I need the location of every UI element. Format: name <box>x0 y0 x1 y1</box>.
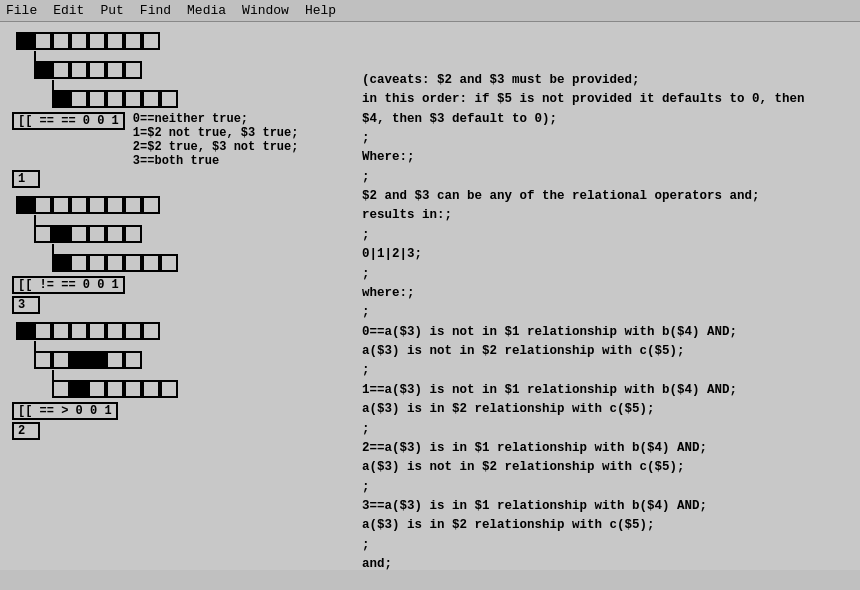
section1-label: [[ == == 0 0 1 <box>12 112 125 130</box>
node-box <box>124 351 142 369</box>
text-line: 0|1|2|3; <box>362 245 848 264</box>
menu-file[interactable]: File <box>6 3 37 18</box>
section2-result: 3 <box>12 296 40 314</box>
tree-section-1: [[ == == 0 0 1 0==neither true; 1=$2 not… <box>12 32 346 188</box>
node-box <box>142 196 160 214</box>
node-box <box>34 32 52 50</box>
text-line: ; <box>362 303 848 322</box>
text-line: a($3) is in $2 relationship with c($5); <box>362 516 848 535</box>
text-line: ; <box>362 168 848 187</box>
node-box <box>34 196 52 214</box>
menu-media[interactable]: Media <box>187 3 226 18</box>
node-box <box>88 225 106 243</box>
section1-annotation: 0==neither true; 1=$2 not true, $3 true;… <box>133 112 299 168</box>
node-box <box>16 322 34 340</box>
node-box <box>160 254 178 272</box>
text-line: 2==a($3) is in $1 relationship with b($4… <box>362 439 848 458</box>
node-box <box>52 380 70 398</box>
menubar: File Edit Put Find Media Window Help <box>0 0 860 22</box>
node-box <box>124 254 142 272</box>
node-box <box>142 322 160 340</box>
node-box <box>106 32 124 50</box>
node-box <box>142 380 160 398</box>
right-text: (caveats: $2 and $3 must be provided;in … <box>362 71 848 575</box>
text-line: 1==a($3) is not in $1 relationship with … <box>362 381 848 400</box>
text-line: a($3) is not in $2 relationship with c($… <box>362 342 848 361</box>
text-line: $2 and $3 can be any of the relational o… <box>362 187 848 206</box>
text-line: (caveats: $2 and $3 must be provided; <box>362 71 848 90</box>
menu-find[interactable]: Find <box>140 3 171 18</box>
node-box <box>70 380 88 398</box>
text-line: ; <box>362 420 848 439</box>
node-box <box>124 90 142 108</box>
text-line: ; <box>362 226 848 245</box>
node-box <box>142 254 160 272</box>
right-panel: (caveats: $2 and $3 must be provided;in … <box>354 26 856 566</box>
section3-result: 2 <box>12 422 40 440</box>
node-box <box>52 90 70 108</box>
node-box <box>16 196 34 214</box>
node-box <box>52 32 70 50</box>
menu-window[interactable]: Window <box>242 3 289 18</box>
node-box <box>124 196 142 214</box>
node-box <box>106 322 124 340</box>
text-line: $4, then $3 default to 0); <box>362 110 848 129</box>
menu-edit[interactable]: Edit <box>53 3 84 18</box>
text-line: a($3) is not in $2 relationship with c($… <box>362 458 848 477</box>
node-box <box>160 90 178 108</box>
tree-section-2: [[ != == 0 0 1 3 <box>12 196 346 314</box>
left-panel: [[ == == 0 0 1 0==neither true; 1=$2 not… <box>4 26 354 566</box>
node-box <box>106 61 124 79</box>
node-box <box>106 196 124 214</box>
node-box <box>70 32 88 50</box>
text-line: a($3) is in $2 relationship with c($5); <box>362 400 848 419</box>
node-box <box>34 61 52 79</box>
text-line: where:; <box>362 284 848 303</box>
node-box <box>70 254 88 272</box>
section3-label: [[ == > 0 0 1 <box>12 402 118 420</box>
node-box <box>124 225 142 243</box>
text-line: and; <box>362 555 848 574</box>
node-box <box>34 351 52 369</box>
node-box <box>16 32 34 50</box>
node-box <box>70 196 88 214</box>
text-line: ; <box>362 129 848 148</box>
node-box <box>88 61 106 79</box>
node-box <box>88 196 106 214</box>
section1-result: 1 <box>12 170 40 188</box>
text-line: results in:; <box>362 206 848 225</box>
node-box <box>88 32 106 50</box>
text-line: Where:; <box>362 148 848 167</box>
node-box <box>106 351 124 369</box>
text-line: ; <box>362 536 848 555</box>
text-line: ; <box>362 361 848 380</box>
node-box <box>106 225 124 243</box>
node-box <box>106 90 124 108</box>
node-box <box>88 380 106 398</box>
node-box <box>52 351 70 369</box>
node-box <box>88 90 106 108</box>
node-box <box>70 61 88 79</box>
node-box <box>88 254 106 272</box>
tree-section-3: [[ == > 0 0 1 2 <box>12 322 346 440</box>
node-box <box>34 225 52 243</box>
node-box <box>70 351 88 369</box>
menu-help[interactable]: Help <box>305 3 336 18</box>
node-box <box>52 225 70 243</box>
text-line: in this order: if $5 is not provided it … <box>362 90 848 109</box>
node-box <box>88 322 106 340</box>
node-box <box>106 254 124 272</box>
node-box <box>52 322 70 340</box>
node-box <box>52 61 70 79</box>
node-box <box>142 32 160 50</box>
section2-label: [[ != == 0 0 1 <box>12 276 125 294</box>
menu-put[interactable]: Put <box>100 3 123 18</box>
node-box <box>106 380 124 398</box>
node-box <box>124 32 142 50</box>
node-box <box>70 225 88 243</box>
node-box <box>34 322 52 340</box>
node-box <box>124 380 142 398</box>
node-box <box>52 196 70 214</box>
text-line: ; <box>362 265 848 284</box>
node-box <box>88 351 106 369</box>
